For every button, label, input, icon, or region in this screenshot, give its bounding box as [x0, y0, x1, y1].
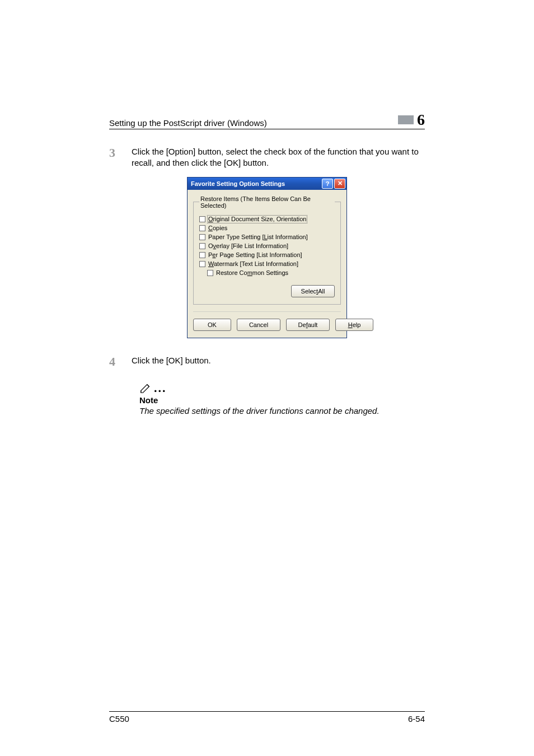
step-text: Click the [Option] button, select the ch…	[132, 146, 425, 169]
note-dots: ...	[154, 382, 167, 394]
ok-button[interactable]: OK	[193, 319, 231, 331]
checkbox-row-original[interactable]: Original Document Size, Orientation	[199, 216, 335, 222]
checkbox-icon[interactable]	[207, 270, 213, 276]
select-all-row: Select All	[199, 285, 335, 297]
note-label: Note	[139, 395, 425, 405]
cancel-button[interactable]: Cancel	[237, 319, 280, 331]
group-legend: Restore Items (The Items Below Can Be Se…	[199, 195, 335, 209]
page-header: Setting up the PostScript driver (Window…	[109, 112, 425, 129]
checkbox-icon[interactable]	[199, 243, 205, 249]
note-head: ...	[139, 382, 425, 394]
checkbox-row-overlay[interactable]: Overlay [File List Information]	[199, 243, 335, 249]
chapter-badge: 6	[398, 112, 425, 128]
checkbox-label: Per Page Setting [List Information]	[208, 252, 302, 258]
checkbox-icon[interactable]	[199, 225, 205, 231]
footer-left: C550	[109, 714, 129, 724]
chapter-bar	[398, 115, 414, 124]
dialog-button-row: OK Cancel Default Help	[193, 311, 341, 331]
restore-items-group: Restore Items (The Items Below Can Be Se…	[193, 195, 341, 305]
footer-right: 6-54	[408, 714, 425, 724]
step-number: 4	[109, 355, 117, 368]
step-3: 3 Click the [Option] button, select the …	[109, 146, 425, 169]
dialog-figure: Favorite Setting Option Settings ? ✕ Res…	[109, 177, 425, 338]
checkbox-icon[interactable]	[199, 252, 205, 258]
note-block: ... Note The specified settings of the d…	[139, 382, 425, 416]
note-pencil-icon	[139, 382, 152, 394]
help-button[interactable]: Help	[335, 319, 373, 331]
dialog-title: Favorite Setting Option Settings	[191, 180, 321, 187]
step-4: 4 Click the [OK] button.	[109, 355, 425, 368]
header-title: Setting up the PostScript driver (Window…	[109, 118, 267, 128]
step-text: Click the [OK] button.	[132, 355, 211, 368]
dialog-body: Restore Items (The Items Below Can Be Se…	[188, 190, 346, 338]
default-button[interactable]: Default	[286, 319, 330, 331]
checkbox-row-common[interactable]: Restore Common Settings	[207, 270, 335, 276]
checkbox-row-watermark[interactable]: Watermark [Text List Information]	[199, 261, 335, 267]
chapter-number: 6	[417, 112, 425, 128]
note-text: The specified settings of the driver fun…	[139, 406, 425, 416]
checkbox-icon[interactable]	[199, 234, 205, 240]
checkbox-row-copies[interactable]: Copies	[199, 225, 335, 231]
checkbox-label: Restore Common Settings	[216, 270, 288, 276]
step-number: 3	[109, 146, 117, 169]
checkbox-label: Paper Type Setting [List Information]	[208, 234, 308, 240]
checkbox-row-paper-type[interactable]: Paper Type Setting [List Information]	[199, 234, 335, 240]
page-footer: C550 6-54	[109, 711, 425, 724]
checkbox-icon[interactable]	[199, 261, 205, 267]
titlebar-close-button[interactable]: ✕	[334, 179, 345, 189]
checkbox-label: Copies	[208, 225, 227, 231]
dialog-titlebar: Favorite Setting Option Settings ? ✕	[188, 178, 346, 190]
checkbox-row-per-page[interactable]: Per Page Setting [List Information]	[199, 252, 335, 258]
favorite-setting-dialog: Favorite Setting Option Settings ? ✕ Res…	[187, 177, 347, 338]
checkbox-label: Overlay [File List Information]	[208, 243, 288, 249]
select-all-button[interactable]: Select All	[291, 285, 335, 297]
checkbox-label: Watermark [Text List Information]	[208, 261, 298, 267]
checkbox-icon[interactable]	[199, 216, 205, 222]
titlebar-help-button[interactable]: ?	[322, 179, 333, 189]
checkbox-label: Original Document Size, Orientation	[208, 216, 306, 222]
